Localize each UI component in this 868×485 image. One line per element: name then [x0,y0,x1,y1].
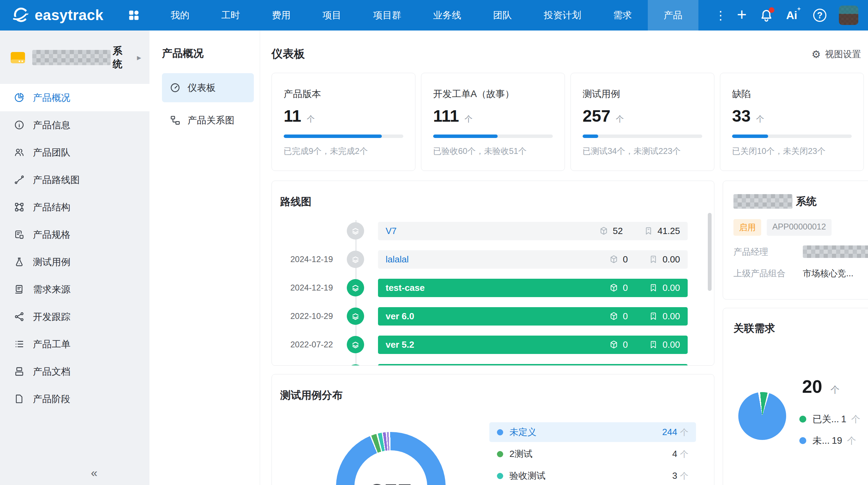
dashboard-content: 仪表板 ⚙ 视图设置 产品版本 11个 已完成9个，未完成2个 开发工单A（故事… [260,31,868,485]
requirements-legend: 已关... 1 个 未... 19 个 [799,413,860,447]
list-icon [14,339,25,349]
sidebar-item-label: 开发跟踪 [33,311,70,323]
stat-unit: 个 [756,114,764,124]
sidebar-item-product-info[interactable]: 产品信息 [0,111,149,139]
version-name[interactable]: ver 5.2 [386,339,414,350]
nav-item-business-line[interactable]: 业务线 [417,0,477,31]
donut-center-total: 257 [370,479,412,485]
roadmap-version-bar[interactable]: lalalal 0 0.00 [378,250,688,269]
roadmap-version-bar[interactable]: ver 6.0 0 0.00 [378,307,688,326]
create-new-icon[interactable]: + [737,6,747,23]
stat-unit: 个 [307,114,315,124]
ai-assistant-button[interactable]: Ai [786,9,801,22]
legend-item-acceptance-test[interactable]: 验收测试 3 个 [489,466,696,485]
stat-value: 11 [284,106,301,125]
workitem-count: 0 [623,339,628,350]
stat-note: 已验收60个，未验收51个 [433,146,553,157]
sidebar-item-product-structure[interactable]: 产品结构 [0,193,149,221]
stat-note: 已关闭10个，未关闭23个 [732,146,852,157]
spec-icon [14,229,25,240]
legend-item-open[interactable]: 未... 19 个 [799,434,860,447]
sidebar-item-product-workorder[interactable]: 产品工单 [0,330,149,358]
version-name[interactable]: test-case [386,283,425,293]
nav-item-product[interactable]: 产品 [648,0,698,31]
legend-dot [799,416,806,423]
user-avatar[interactable] [839,6,858,25]
roadmap-version-bar[interactable]: V7 52 41.25 [378,222,688,240]
team-icon [14,147,25,158]
sidebar-item-requirement-source[interactable]: 需求来源 [0,276,149,303]
redacted-product-title [733,194,792,209]
view-settings-button[interactable]: ⚙ 视图设置 [811,48,864,60]
story-points: 41.25 [658,226,680,236]
legend-dot [799,437,806,444]
roadmap-version-bar[interactable]: test-case 0 0.00 [378,279,688,297]
legend-label: 未... [813,434,830,447]
legend-item-undefined[interactable]: 未定义 244 个 [489,422,696,442]
brand-name: easytrack [35,7,103,24]
sidebar-item-test-cases[interactable]: 测试用例 [0,248,149,276]
sidebar-item-product-spec[interactable]: 产品规格 [0,221,149,248]
sidebar-item-label: 测试用例 [33,256,70,268]
route-icon [14,174,25,185]
sidebar-item-product-team[interactable]: 产品团队 [0,139,149,166]
more-menu-icon[interactable]: ⋮ [715,9,724,21]
roadmap-row: 2022-07-22 ver 5.2 0 [280,330,714,359]
sidebar-item-label: 产品信息 [33,119,70,131]
sidebar-menu: 产品概况 产品信息 产品团队 产品路线图 产品结构 产品规格 [0,84,149,413]
roadmap-scrollbar[interactable] [708,213,712,291]
sidebar-item-product-overview[interactable]: 产品概况 [0,84,149,111]
sidebar-item-product-stage[interactable]: 产品阶段 [0,385,149,413]
submenu-item-relationship-graph[interactable]: 产品关系图 [162,106,254,135]
legend-item-closed[interactable]: 已关... 1 个 [799,413,860,425]
stat-card-dev-workorders: 开发工单A（故事） 111个 已验收60个，未验收51个 [421,73,565,171]
nav-item-timesheet[interactable]: 工时 [205,0,256,31]
help-icon[interactable]: ? [813,9,826,22]
version-name[interactable]: lalalal [386,254,409,265]
nav-item-program[interactable]: 项目群 [357,0,417,31]
roadmap-row: 2024-12-19 test-case 0 [280,274,714,302]
stat-value: 111 [433,106,459,125]
stat-label: 产品版本 [284,88,403,100]
help-glyph: ? [817,10,823,21]
nav-item-team[interactable]: 团队 [477,0,528,31]
legend-item-2test[interactable]: 2测试 4 个 [489,444,696,464]
product-name-suffix: 系统 [113,44,130,71]
roadmap-version-bar[interactable]: ver 5.1 0 0.00 [378,364,688,366]
sidebar-item-label: 产品团队 [33,146,70,159]
version-name[interactable]: V7 [386,226,397,236]
version-name[interactable]: ver 6.0 [386,311,414,322]
apps-grid-icon[interactable] [127,8,141,22]
legend-unit: 个 [847,435,856,447]
sidebar-item-label: 产品概况 [33,92,70,104]
nav-item-expense[interactable]: 费用 [256,0,307,31]
story-points: 0.00 [662,339,680,350]
roadmap-row: 2024-12-19 lalalal 0 [280,245,714,274]
nav-item-project[interactable]: 项目 [307,0,357,31]
sidebar-collapse-button[interactable]: « [91,466,97,479]
notifications-bell-icon[interactable] [759,8,774,23]
test-distribution-title: 测试用例分布 [280,388,714,402]
sidebar-item-product-docs[interactable]: 产品文档 [0,358,149,385]
roadmap-version-bar[interactable]: ver 5.2 0 0.00 [378,336,688,354]
sidebar-item-dev-tracking[interactable]: 开发跟踪 [0,303,149,330]
brand-logo[interactable]: easytrack [0,6,104,24]
stat-cards-row: 产品版本 11个 已完成9个，未完成2个 开发工单A（故事） 111个 已验收6… [272,73,864,171]
nav-item-my[interactable]: 我的 [155,0,205,31]
legend-label: 未定义 [509,426,536,438]
legend-value: 4 [672,449,677,459]
chevron-right-icon[interactable]: ▸ [137,53,141,62]
sidebar-item-product-roadmap[interactable]: 产品路线图 [0,166,149,193]
linked-requirements-title: 关联需求 [733,321,868,336]
roadmap-row: 2022-10-29 ver 6.0 0 [280,302,714,330]
progress-bar [284,135,403,138]
product-switcher[interactable]: 系统 ▸ [0,31,149,84]
progress-bar [433,135,553,138]
nav-item-requirement[interactable]: 需求 [597,0,648,31]
nav-item-investment-plan[interactable]: 投资计划 [528,0,597,31]
top-nav: easytrack 我的 工时 费用 项目 项目群 业务线 团队 投资计划 需求… [0,0,868,31]
submenu-item-dashboard[interactable]: 仪表板 [162,73,254,102]
story-points: 0.00 [662,283,680,293]
stat-label: 测试用例 [583,88,702,100]
sidebar-item-label: 产品文档 [33,365,70,378]
